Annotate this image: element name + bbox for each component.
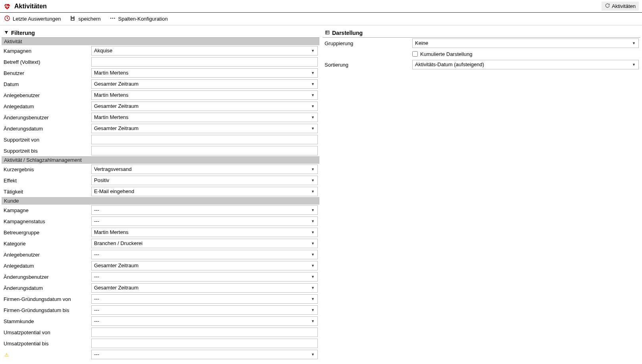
page-title: Aktivitäten [14,3,47,10]
kcreateduser-select[interactable]: --- [91,250,318,259]
createddate-label: Anlegedatum [3,103,89,109]
supportfrom-input[interactable] [91,135,318,144]
svg-rect-1 [72,16,74,17]
createddate-select[interactable]: Gesamter Zeitraum [91,102,318,111]
kchangedate-label: Änderungsdatum [3,285,89,291]
regular-label: Stammkunde [3,318,89,324]
svg-rect-2 [72,19,74,20]
refresh-icon [605,3,610,10]
filter-section-header: Filterung [2,29,319,38]
filter-title: Filterung [11,30,35,36]
category-label: Kategorie [3,241,89,247]
recent-label: Letzte Auswertungen [13,16,61,22]
revpotto-label: Umsatzpotential bis [3,341,89,347]
kcampaign-select[interactable]: --- [91,205,318,215]
save-label: speichern [78,16,100,22]
regular-select[interactable]: --- [91,316,318,326]
warn-select[interactable]: --- [91,350,318,359]
grouping-label: Gruppierung [324,40,410,46]
cumulative-checkbox[interactable] [412,51,418,57]
warning-icon: ⚠ [4,352,9,358]
foundingto-select[interactable]: --- [91,305,318,315]
foundingfrom-select[interactable]: --- [91,294,318,304]
save-icon [69,15,76,23]
kcreateddate-select[interactable]: Gesamter Zeitraum [91,261,318,270]
revpotfrom-label: Umsatzpotential von [3,330,89,335]
clock-icon [4,15,10,23]
column-config-button[interactable]: Spalten-Konfiguration [110,15,168,23]
caregroup-select[interactable]: Martin Mertens [91,228,318,237]
svg-point-4 [112,18,113,19]
changedate-select[interactable]: Gesamter Zeitraum [91,124,318,133]
supportfrom-label: Supportzeit von [3,137,89,143]
changeuser-label: Änderungsbenutzer [3,115,89,121]
date-label: Datum [3,81,89,87]
supportto-label: Supportzeit bis [3,148,89,154]
kchangedate-select[interactable]: Gesamter Zeitraum [91,283,318,293]
createduser-select[interactable]: Martin Mertens [91,90,318,100]
campaigns-label: Kampagnen [3,48,89,54]
recent-evaluations-button[interactable]: Letzte Auswertungen [4,15,61,23]
kchangeuser-select[interactable]: --- [91,272,318,282]
svg-point-3 [110,18,111,19]
kcampaignstatus-select[interactable]: --- [91,216,318,226]
group-strike-header: Aktivität / Schlagzahlmanagement [2,156,319,164]
date-select[interactable]: Gesamter Zeitraum [91,79,318,89]
effect-label: Effekt [3,178,89,184]
kcampaign-label: Kampagne [3,207,89,213]
refresh-button[interactable]: Aktivitäten [602,2,639,11]
table-icon [325,30,330,36]
kcreateduser-label: Anlegebenutzer [3,252,89,258]
task-select[interactable]: E-Mail eingehend [91,187,318,196]
cumulative-label: Kumulierte Darstellung [420,51,473,57]
shortresult-select[interactable]: Vertragsversand [91,165,318,174]
caregroup-label: Betreuergruppe [3,230,89,236]
kcreateddate-label: Anlegedatum [3,263,89,269]
user-select[interactable]: Martin Mertens [91,68,318,78]
group-customer-header: Kunde [2,197,319,205]
kchangeuser-label: Änderungsbenutzer [3,274,89,280]
dots-icon [110,15,116,23]
shortresult-label: Kurzergebnis [3,167,89,172]
foundingto-label: Firmen-Gründungsdatum bis [3,307,89,313]
refresh-label: Aktivitäten [612,3,636,9]
subject-input[interactable] [91,57,318,67]
changeuser-select[interactable]: Martin Mertens [91,113,318,122]
task-label: Tätigkeit [3,189,89,195]
effect-select[interactable]: Positiv [91,176,318,185]
campaigns-select[interactable]: Akquise [91,46,318,56]
display-title: Darstellung [332,30,363,36]
group-activity-header: Aktivität [2,38,319,45]
app-logo-icon [3,2,11,10]
createduser-label: Anlegebenutzer [3,92,89,98]
kcampaignstatus-label: Kampagnenstatus [3,218,89,224]
svg-rect-6 [326,31,329,34]
changedate-label: Änderungsdatum [3,126,89,132]
display-section-header: Darstellung [323,29,640,38]
sorting-label: Sortierung [324,62,410,68]
category-select[interactable]: Branchen / Druckerei [91,239,318,248]
grouping-select[interactable]: Keine [412,38,639,48]
revpotto-input[interactable] [91,339,318,348]
user-label: Benutzer [3,70,89,76]
save-button[interactable]: speichern [69,15,100,23]
supportto-input[interactable] [91,146,318,155]
columns-label: Spalten-Konfiguration [118,16,168,22]
revpotfrom-input[interactable] [91,328,318,337]
foundingfrom-label: Firmen-Gründungsdatum von [3,296,89,302]
sorting-select[interactable]: Aktivitäts-Datum (aufsteigend) [412,60,639,69]
filter-icon [4,30,9,36]
subject-label: Betreff (Volltext) [3,59,89,65]
svg-point-5 [114,18,115,19]
